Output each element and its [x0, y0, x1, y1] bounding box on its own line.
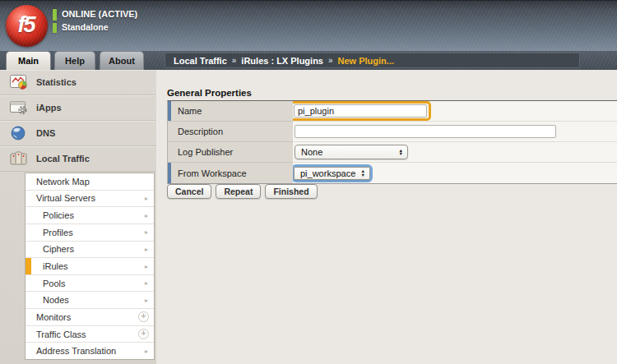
breadcrumb-separator: »: [328, 56, 333, 65]
sidebar: Statistics iApps DNS: [0, 70, 156, 364]
section-title: General Properties: [167, 88, 252, 98]
device-mode: Standalone: [62, 22, 109, 32]
finished-button[interactable]: Finished: [265, 184, 317, 199]
tab-main[interactable]: Main: [6, 51, 51, 70]
sidebar-item-address-translation[interactable]: Address Translation ▸: [26, 343, 154, 359]
form-row-description: Description: [168, 122, 617, 142]
from-workspace-selected-value: pi_workspace: [300, 168, 355, 178]
sidebar-item-policies[interactable]: Policies ▸: [26, 207, 154, 224]
sidebar-item-virtual-servers[interactable]: Virtual Servers ▸: [26, 191, 154, 208]
local-traffic-icon: [9, 150, 29, 167]
sidebar-item-monitors[interactable]: Monitors +: [26, 309, 154, 326]
breadcrumb: Local Traffic » iRules : LX Plugins » Ne…: [165, 53, 580, 68]
chevron-right-icon: ▸: [145, 348, 148, 355]
field-label-description: Description: [168, 122, 293, 142]
select-stepper-icon: ▲▼: [361, 169, 365, 177]
selected-item-marker: [26, 258, 31, 274]
breadcrumb-current-page: New Plugin...: [338, 56, 394, 66]
chevron-right-icon: ▸: [145, 228, 148, 236]
description-input[interactable]: [295, 125, 556, 138]
sidebar-item-iapps[interactable]: iApps: [0, 95, 156, 121]
f5-logo: f5: [6, 5, 48, 47]
statistics-icon: [9, 74, 29, 90]
sidebar-item-local-traffic[interactable]: Local Traffic: [0, 146, 156, 172]
workspace-select-focus-ring: pi_workspace ▲▼: [291, 164, 373, 182]
field-label-from-workspace: From Workspace: [168, 163, 293, 183]
field-label-name: Name: [168, 101, 293, 122]
form-row-from-workspace: From Workspace pi_workspace ▲▼: [168, 163, 617, 183]
sidebar-item-traffic-class[interactable]: Traffic Class +: [26, 326, 154, 343]
local-traffic-submenu: Network Map Virtual Servers ▸ Policies ▸…: [25, 173, 155, 360]
main-content: General Properties Name Description: [156, 70, 617, 364]
field-label-log-publisher: Log Publisher: [168, 142, 293, 163]
top-banner: f5 ONLINE (ACTIVE) Standalone: [0, 0, 617, 51]
form-row-log-publisher: Log Publisher None ▲▼: [168, 142, 617, 163]
form-row-name: Name: [168, 101, 617, 122]
sidebar-item-irules[interactable]: iRules ▸: [26, 258, 154, 275]
name-input[interactable]: [294, 104, 427, 117]
sidebar-item-label: Local Traffic: [36, 154, 90, 164]
sidebar-item-statistics[interactable]: Statistics: [0, 70, 156, 95]
cancel-button[interactable]: Cancel: [167, 184, 211, 199]
chevron-right-icon: ▸: [145, 195, 148, 202]
status-green-bar: [53, 9, 57, 21]
breadcrumb-local-traffic[interactable]: Local Traffic: [174, 56, 227, 66]
select-stepper-icon: ▲▼: [399, 149, 403, 156]
name-input-focus-ring: [290, 101, 431, 121]
general-properties-table: Name Description Log Publisher: [167, 100, 617, 184]
required-indicator: [168, 163, 171, 183]
chevron-right-icon: ▸: [145, 212, 148, 219]
sidebar-item-nodes[interactable]: Nodes ▸: [26, 292, 154, 309]
breadcrumb-separator: »: [232, 56, 237, 65]
status-green-bar: [53, 23, 57, 33]
f5-logo-text: f5: [17, 12, 34, 38]
breadcrumb-irules-lx-plugins[interactable]: iRules : LX Plugins: [241, 56, 323, 66]
tab-about[interactable]: About: [100, 51, 144, 70]
repeat-button[interactable]: Repeat: [216, 184, 261, 199]
log-publisher-select[interactable]: None ▲▼: [295, 145, 408, 159]
iapps-icon: [9, 99, 29, 116]
sidebar-item-label: DNS: [36, 128, 55, 138]
chevron-right-icon: ▸: [145, 246, 148, 253]
sidebar-item-ciphers[interactable]: Ciphers ▸: [26, 242, 154, 259]
expand-plus-icon[interactable]: +: [138, 329, 149, 339]
expand-plus-icon[interactable]: +: [138, 311, 149, 322]
chevron-right-icon: ▸: [145, 263, 148, 270]
sidebar-item-label: Statistics: [36, 77, 77, 87]
sidebar-item-profiles[interactable]: Profiles ▸: [26, 224, 154, 242]
tab-help[interactable]: Help: [54, 51, 95, 70]
device-status: ONLINE (ACTIVE): [62, 9, 137, 19]
dns-icon: [9, 125, 29, 141]
sidebar-item-dns[interactable]: DNS: [0, 121, 156, 146]
log-publisher-selected-value: None: [301, 147, 322, 157]
chevron-right-icon: ▸: [145, 279, 148, 287]
sidebar-item-pools[interactable]: Pools ▸: [26, 275, 154, 293]
chevron-right-icon: ▸: [145, 297, 148, 304]
required-indicator: [168, 101, 171, 121]
bigip-window: f5 ONLINE (ACTIVE) Standalone Main Help …: [0, 0, 617, 364]
from-workspace-select[interactable]: pi_workspace ▲▼: [294, 167, 370, 180]
sidebar-item-network-map[interactable]: Network Map: [26, 173, 154, 191]
sidebar-item-label: iApps: [36, 103, 62, 113]
form-actions: Cancel Repeat Finished: [167, 184, 318, 199]
